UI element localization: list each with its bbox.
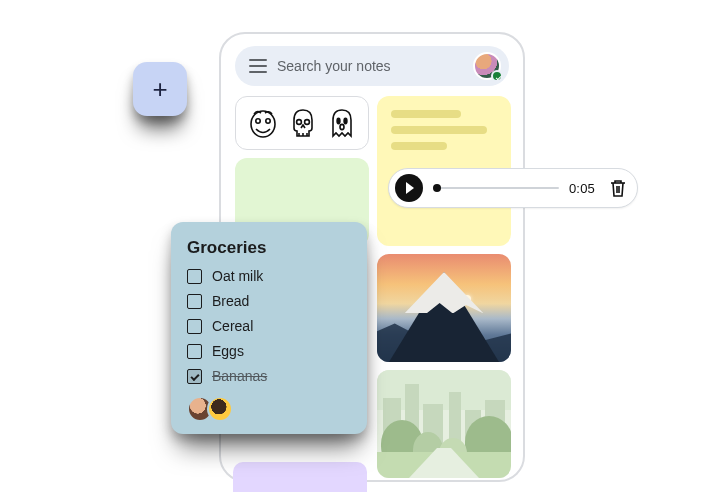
checkbox-icon[interactable] bbox=[187, 269, 202, 284]
list-item-label: Oat milk bbox=[212, 268, 263, 284]
svg-point-5 bbox=[337, 118, 340, 123]
account-avatar[interactable] bbox=[473, 52, 501, 80]
list-item-label: Bananas bbox=[212, 368, 267, 384]
svg-point-1 bbox=[255, 119, 259, 123]
audio-note-player[interactable]: 0:05 bbox=[388, 168, 638, 208]
list-item-label: Cereal bbox=[212, 318, 253, 334]
menu-icon[interactable] bbox=[249, 59, 267, 73]
svg-point-6 bbox=[344, 118, 347, 123]
svg-point-4 bbox=[305, 120, 310, 125]
checkbox-icon[interactable] bbox=[187, 344, 202, 359]
search-bar[interactable]: Search your notes bbox=[235, 46, 509, 86]
search-placeholder: Search your notes bbox=[277, 58, 463, 74]
checkbox-icon[interactable] bbox=[187, 369, 202, 384]
avatar[interactable] bbox=[207, 396, 233, 422]
list-item[interactable]: Cereal bbox=[187, 318, 351, 334]
list-item[interactable]: Bread bbox=[187, 293, 351, 309]
audio-time: 0:05 bbox=[569, 181, 595, 196]
add-note-button[interactable]: + bbox=[133, 62, 187, 116]
svg-point-7 bbox=[340, 124, 344, 129]
svg-point-2 bbox=[265, 119, 269, 123]
ghost-icon bbox=[327, 106, 357, 140]
list-item[interactable]: Eggs bbox=[187, 343, 351, 359]
list-item-label: Eggs bbox=[212, 343, 244, 359]
list-item-label: Bread bbox=[212, 293, 249, 309]
note-image-mountain[interactable] bbox=[377, 254, 511, 362]
collaborators bbox=[187, 396, 351, 422]
list-item[interactable]: Oat milk bbox=[187, 268, 351, 284]
note-lavender[interactable] bbox=[233, 462, 367, 492]
play-button[interactable] bbox=[395, 174, 423, 202]
svg-point-3 bbox=[297, 120, 302, 125]
delete-icon[interactable] bbox=[609, 178, 627, 198]
verified-badge-icon bbox=[491, 70, 503, 82]
note-groceries[interactable]: Groceries Oat milk Bread Cereal Eggs Ban… bbox=[171, 222, 367, 434]
smiley-icon bbox=[247, 106, 279, 140]
plus-icon: + bbox=[152, 76, 167, 102]
audio-scrubber[interactable] bbox=[433, 187, 559, 189]
note-drawing[interactable] bbox=[235, 96, 369, 150]
note-title: Groceries bbox=[187, 238, 351, 258]
list-item[interactable]: Bananas bbox=[187, 368, 351, 384]
note-image-park[interactable] bbox=[377, 370, 511, 478]
checklist: Oat milk Bread Cereal Eggs Bananas bbox=[187, 268, 351, 384]
checkbox-icon[interactable] bbox=[187, 294, 202, 309]
checkbox-icon[interactable] bbox=[187, 319, 202, 334]
skull-icon bbox=[288, 106, 318, 140]
